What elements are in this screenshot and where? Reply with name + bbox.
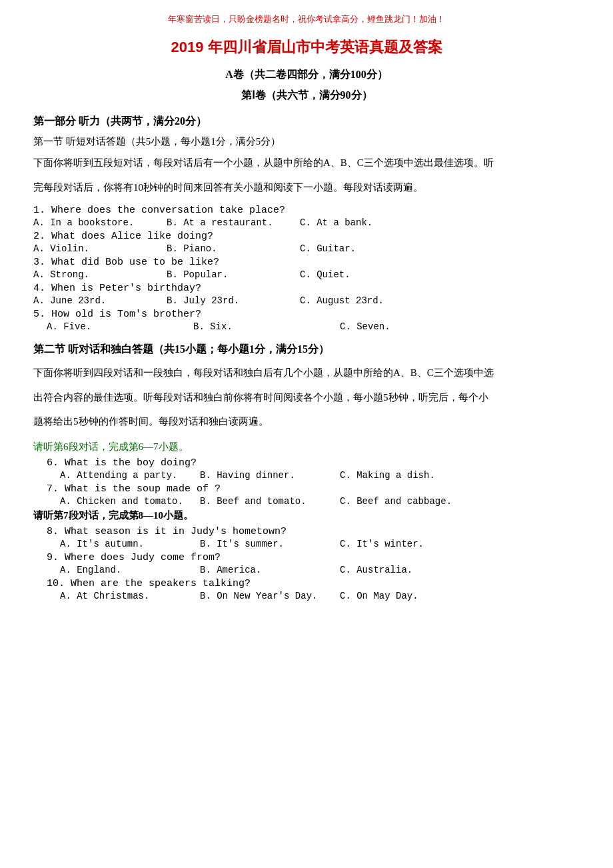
- q9-stem: 9. Where does Judy come from?: [47, 552, 580, 563]
- dialogue-group-1: 请听第6段对话，完成第6—7小题。 6. What is the boy doi…: [33, 441, 580, 507]
- part1-title: 第一部分 听力（共两节，满分20分）: [33, 115, 580, 129]
- q10-stem: 10. When are the speakers talking?: [47, 578, 580, 589]
- section2-instruction1: 下面你将听到四段对话和一段独白，每段对话和独白后有几个小题，从题中所给的A、B、…: [33, 363, 580, 383]
- question-1: 1. Where does the conversation take plac…: [33, 205, 580, 228]
- top-banner: 年寒窗苦读日，只盼金榜题名时，祝你考试拿高分，鲤鱼跳龙门！加油！: [33, 13, 580, 25]
- q10-options: A. At Christmas. B. On New Year's Day. C…: [47, 591, 580, 601]
- q9-options: A. England. B. America. C. Australia.: [47, 565, 580, 575]
- dialogue-group-1-intro: 请听第6段对话，完成第6—7小题。: [33, 441, 580, 453]
- q2-stem: 2. What does Alice like doing?: [33, 231, 580, 242]
- q1-stem: 1. Where does the conversation take plac…: [33, 205, 580, 216]
- dialogue-group-2: 请听第7段对话，完成第8—10小题。 8. What season is it …: [33, 509, 580, 601]
- section1-title: 第一节 听短对话答题（共5小题，每小题1分，满分5分）: [33, 135, 580, 148]
- question-5: 5. How old is Tom's brother? A. Five. B.…: [33, 309, 580, 332]
- questions-1-5: 1. Where does the conversation take plac…: [33, 205, 580, 332]
- q4-options: A. June 23rd. B. July 23rd. C. August 23…: [33, 295, 580, 306]
- volume1-label: 第Ⅰ卷（共六节，满分90分）: [33, 89, 580, 103]
- q4-stem: 4. When is Peter's birthday?: [33, 283, 580, 294]
- q8-options: A. It's autumn. B. It's summer. C. It's …: [47, 539, 580, 549]
- question-9: 9. Where does Judy come from? A. England…: [33, 552, 580, 575]
- question-10: 10. When are the speakers talking? A. At…: [33, 578, 580, 601]
- question-2: 2. What does Alice like doing? A. Violin…: [33, 231, 580, 254]
- section2-instruction2: 出符合内容的最佳选项。听每段对话和独白前你将有时间阅读各个小题，每小题5秒钟，听…: [33, 388, 580, 407]
- dialogue-group-2-intro: 请听第7段对话，完成第8—10小题。: [33, 509, 580, 522]
- question-8: 8. What season is it in Judy's hometown?…: [33, 526, 580, 549]
- section2-title: 第二节 听对话和独白答题（共15小题；每小题1分，满分15分）: [33, 343, 580, 357]
- question-4: 4. When is Peter's birthday? A. June 23r…: [33, 283, 580, 306]
- main-title: 2019 年四川省眉山市中考英语真题及答案: [33, 37, 580, 57]
- q3-options: A. Strong. B. Popular. C. Quiet.: [33, 269, 580, 280]
- q6-stem: 6. What is the boy doing?: [47, 457, 580, 469]
- q8-stem: 8. What season is it in Judy's hometown?: [47, 526, 580, 537]
- q5-options: A. Five. B. Six. C. Seven.: [33, 321, 580, 332]
- section-a-label: A卷（共二卷四部分，满分100分）: [33, 68, 580, 82]
- question-7: 7. What is the soup made of ? A. Chicken…: [33, 483, 580, 507]
- question-6: 6. What is the boy doing? A. Attending a…: [33, 457, 580, 481]
- q3-stem: 3. What did Bob use to be like?: [33, 257, 580, 268]
- question-3: 3. What did Bob use to be like? A. Stron…: [33, 257, 580, 280]
- q1-options: A. In a bookstore. B. At a restaurant. C…: [33, 217, 580, 228]
- q6-options: A. Attending a party. B. Having dinner. …: [47, 470, 580, 481]
- section1-instruction2: 完每段对话后，你将有10秒钟的时间来回答有关小题和阅读下一小题。每段对话读两遍。: [33, 178, 580, 197]
- q7-stem: 7. What is the soup made of ?: [47, 483, 580, 495]
- section1-instruction1: 下面你将听到五段短对话，每段对话后有一个小题，从题中所给的A、B、C三个选项中选…: [33, 153, 580, 173]
- q5-stem: 5. How old is Tom's brother?: [33, 309, 580, 320]
- q7-options: A. Chicken and tomato. B. Beef and tomat…: [47, 496, 580, 507]
- q2-options: A. Violin. B. Piano. C. Guitar.: [33, 243, 580, 254]
- section2-instruction3: 题将给出5秒钟的作答时间。每段对话和独白读两遍。: [33, 412, 580, 431]
